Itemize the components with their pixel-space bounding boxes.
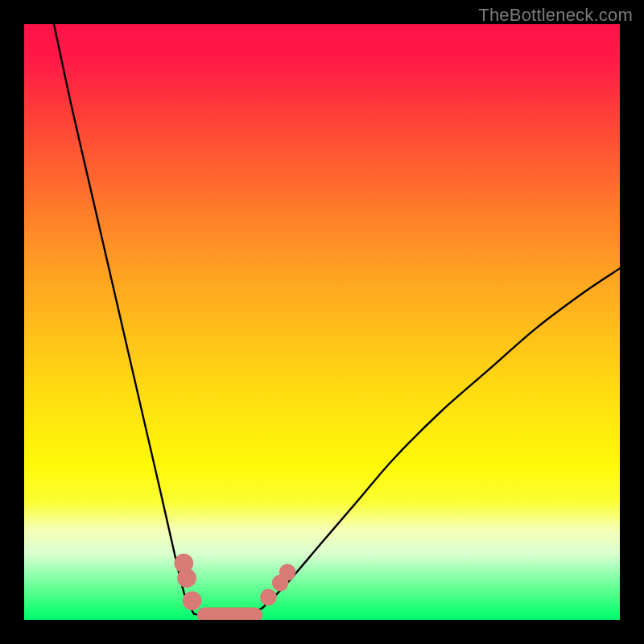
- plot-area: [24, 24, 620, 620]
- curve-left-branch: [54, 24, 194, 614]
- curve-right-branch: [262, 268, 620, 608]
- chart-svg: [24, 24, 620, 620]
- valley-marker: [260, 589, 277, 606]
- outer-frame: TheBottleneck.com: [0, 0, 644, 644]
- valley-bar: [197, 607, 262, 620]
- watermark-text: TheBottleneck.com: [478, 5, 633, 26]
- valley-marker: [177, 568, 196, 588]
- valley-marker: [183, 591, 202, 610]
- valley-markers: [174, 554, 295, 610]
- valley-marker: [279, 564, 296, 580]
